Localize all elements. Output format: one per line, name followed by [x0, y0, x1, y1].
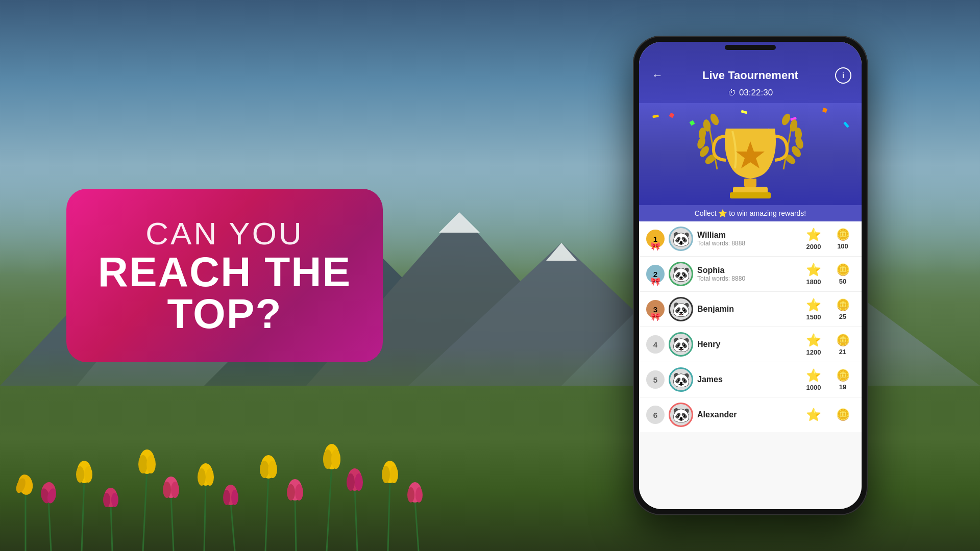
rank-number-4: 4	[653, 340, 657, 349]
rank-badge-6: 6	[646, 406, 665, 424]
confetti-6	[822, 108, 827, 113]
collect-banner: Collect ⭐ to win amazing rewards!	[639, 205, 862, 221]
score-num-1: 2000	[806, 243, 821, 251]
leaderboard-row-2: 2 🎀 🐼 Sophia Total words: 8880 ⭐ 1800 🪙	[639, 257, 862, 292]
rank-badge-2: 2 🎀	[646, 265, 665, 283]
coins-area-1: 🪙 100	[831, 228, 854, 250]
avatar-4: 🐼	[669, 332, 693, 357]
trophy-svg	[689, 113, 812, 203]
app-header: ← Live Taournement i ⏱ 03:22:30	[639, 42, 862, 103]
player-info-6: Alexander	[697, 410, 796, 419]
ribbon-1: 🎀	[650, 241, 660, 251]
promo-line2: REACH THE TOP?	[87, 251, 362, 335]
svg-point-72	[709, 113, 721, 127]
coins-area-3: 🪙 25	[831, 298, 854, 320]
leaderboard-row-4: 4 🐼 Henry ⭐ 1200 🪙 21	[639, 327, 862, 362]
timer-value: 03:22:30	[739, 88, 773, 98]
rank-badge-3: 3 🎀	[646, 300, 665, 318]
phone-wrapper: ← Live Taournement i ⏱ 03:22:30	[633, 36, 868, 515]
score-area-1: ⭐ 2000	[800, 228, 827, 251]
rank-badge-5: 5	[646, 370, 665, 389]
avatar-6: 🐼	[669, 403, 693, 427]
coins-area-2: 🪙 50	[831, 263, 854, 285]
coin-stack-4: 🪙	[836, 334, 850, 347]
player-info-5: James	[697, 375, 796, 384]
score-num-4: 1200	[806, 348, 821, 356]
star-icon-3: ⭐	[806, 298, 821, 312]
leaderboard-row-3: 3 🎀 🐼 Benjamin ⭐ 1500 🪙 25	[639, 292, 862, 327]
avatar-3: 🐼	[669, 297, 693, 321]
coin-stack-1: 🪙	[836, 228, 850, 241]
player-name-6: Alexander	[697, 410, 796, 419]
svg-point-79	[780, 113, 792, 127]
player-info-4: Henry	[697, 340, 796, 349]
score-num-2: 1800	[806, 278, 821, 286]
star-icon-2: ⭐	[806, 263, 821, 277]
player-name-1: William	[697, 231, 796, 240]
score-area-3: ⭐ 1500	[800, 298, 827, 321]
score-area-4: ⭐ 1200	[800, 333, 827, 356]
player-info-3: Benjamin	[697, 305, 796, 314]
coin-num-4: 21	[839, 348, 846, 356]
player-name-5: James	[697, 375, 796, 384]
avatar-1: 🐼	[669, 227, 693, 251]
avatar-5: 🐼	[669, 367, 693, 392]
star-icon-6: ⭐	[806, 408, 821, 422]
svg-rect-84	[730, 192, 771, 198]
player-info-2: Sophia Total words: 8880	[697, 266, 796, 282]
back-button[interactable]: ←	[649, 67, 666, 84]
coin-num-2: 50	[839, 278, 846, 285]
coin-num-3: 25	[839, 313, 846, 320]
coins-area-4: 🪙 21	[831, 334, 854, 356]
avatar-2: 🐼	[669, 262, 693, 286]
svg-rect-82	[744, 179, 756, 187]
player-name-3: Benjamin	[697, 305, 796, 314]
phone-notch	[725, 45, 776, 50]
timer-row: ⏱ 03:22:30	[649, 88, 851, 103]
timer-icon: ⏱	[728, 88, 736, 97]
confetti-8	[652, 114, 659, 118]
ribbon-3: 🎀	[650, 312, 660, 321]
trophy-area	[639, 103, 862, 205]
coin-stack-2: 🪙	[836, 263, 850, 277]
leaderboard-row-5: 5 🐼 James ⭐ 1000 🪙 19	[639, 362, 862, 397]
confetti-7	[843, 121, 849, 128]
leaderboard-row-6: 6 🐼 Alexander ⭐ 🪙	[639, 397, 862, 432]
confetti-1	[669, 113, 675, 118]
coins-area-5: 🪙 19	[831, 369, 854, 391]
coin-stack-3: 🪙	[836, 298, 850, 312]
coins-area-6: 🪙	[831, 408, 854, 421]
leaderboard: 1 🎀 🐼 William Total words: 8888 ⭐ 2000 🪙	[639, 221, 862, 509]
score-area-2: ⭐ 1800	[800, 263, 827, 286]
phone-screen: ← Live Taournement i ⏱ 03:22:30	[639, 42, 862, 509]
rank-number-6: 6	[653, 411, 657, 419]
coin-num-5: 19	[839, 383, 846, 391]
ribbon-2: 🎀	[650, 277, 660, 286]
score-area-6: ⭐	[800, 408, 827, 422]
score-num-3: 1500	[806, 313, 821, 321]
player-words-1: Total words: 8888	[697, 240, 796, 247]
coin-stack-6: 🪙	[836, 408, 850, 421]
phone-frame: ← Live Taournement i ⏱ 03:22:30	[633, 36, 868, 515]
player-info-1: William Total words: 8888	[697, 231, 796, 247]
player-name-4: Henry	[697, 340, 796, 349]
rank-badge-1: 1 🎀	[646, 230, 665, 248]
promo-line1: CAN YOU	[145, 216, 303, 251]
star-icon-5: ⭐	[806, 368, 821, 383]
score-area-5: ⭐ 1000	[800, 368, 827, 391]
coin-stack-5: 🪙	[836, 369, 850, 382]
app-title: Live Taournement	[666, 69, 835, 82]
svg-marker-11	[546, 243, 577, 261]
info-button[interactable]: i	[835, 67, 851, 84]
player-name-2: Sophia	[697, 266, 796, 275]
svg-marker-10	[439, 212, 480, 233]
player-words-2: Total words: 8880	[697, 275, 796, 282]
star-icon-1: ⭐	[806, 228, 821, 242]
rank-badge-4: 4	[646, 335, 665, 354]
promo-card: CAN YOU REACH THE TOP?	[66, 189, 383, 362]
star-icon-4: ⭐	[806, 333, 821, 347]
leaderboard-row-1: 1 🎀 🐼 William Total words: 8888 ⭐ 2000 🪙	[639, 221, 862, 257]
coin-num-1: 100	[837, 242, 848, 250]
app-header-top: ← Live Taournement i	[649, 67, 851, 84]
rank-number-5: 5	[653, 375, 657, 384]
